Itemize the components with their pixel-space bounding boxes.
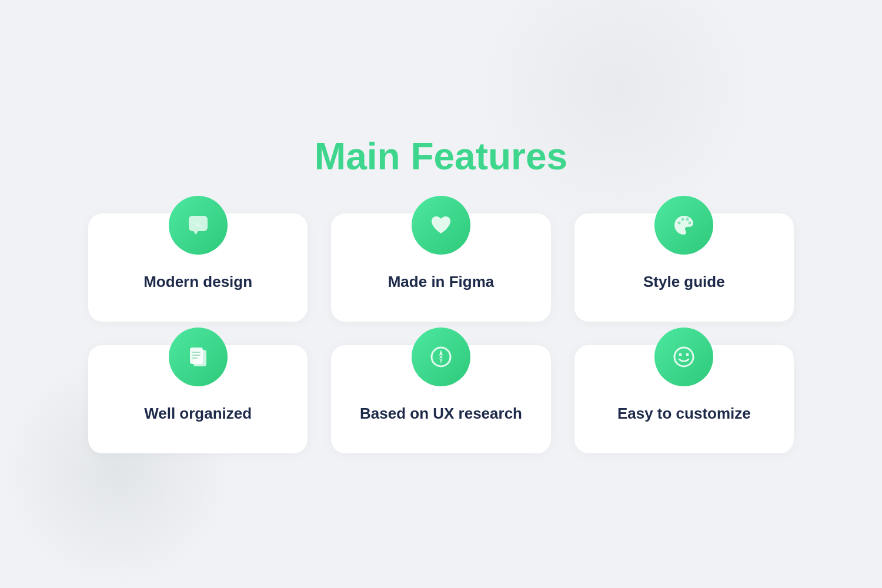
svg-marker-14 [439, 350, 443, 356]
features-grid: Modern design Made in Figma [88, 213, 794, 453]
icon-circle-ux-research [412, 328, 470, 386]
page-title: Main Features [315, 135, 567, 178]
icon-circle-well-organized [169, 328, 228, 386]
feature-label-made-in-figma: Made in Figma [388, 272, 495, 292]
palette-icon [670, 211, 698, 239]
feature-card-modern-design: Modern design [88, 213, 308, 322]
svg-point-2 [201, 226, 202, 228]
sparkles-icon [184, 211, 212, 239]
icon-circle-easy-customize [654, 328, 713, 386]
svg-point-18 [686, 353, 689, 356]
compass-icon [427, 343, 455, 371]
icon-circle-made-in-figma [412, 196, 470, 255]
feature-card-ux-research: Based on UX research [331, 345, 550, 453]
smiley-icon [670, 343, 698, 371]
svg-point-3 [678, 222, 681, 225]
feature-card-easy-customize: Easy to customize [574, 345, 794, 453]
svg-point-13 [440, 356, 442, 358]
feature-label-modern-design: Modern design [143, 272, 252, 292]
svg-point-6 [689, 222, 691, 225]
feature-label-style-guide: Style guide [643, 272, 725, 292]
icon-circle-style-guide [654, 196, 713, 255]
svg-point-5 [686, 218, 689, 221]
svg-marker-15 [439, 358, 443, 364]
svg-point-17 [679, 353, 682, 356]
heart-icon [427, 211, 455, 239]
page-container: Main Features Modern design [88, 135, 794, 453]
feature-card-well-organized: Well organized [88, 345, 308, 453]
svg-point-4 [681, 218, 684, 221]
svg-point-1 [193, 223, 195, 225]
feature-label-easy-customize: Easy to customize [617, 404, 751, 424]
copy-icon [184, 343, 212, 371]
feature-label-ux-research: Based on UX research [360, 404, 522, 424]
feature-label-well-organized: Well organized [144, 404, 252, 424]
feature-card-style-guide: Style guide [574, 213, 794, 322]
icon-circle-modern-design [169, 196, 228, 255]
svg-point-16 [674, 348, 693, 366]
feature-card-made-in-figma: Made in Figma [331, 213, 550, 322]
